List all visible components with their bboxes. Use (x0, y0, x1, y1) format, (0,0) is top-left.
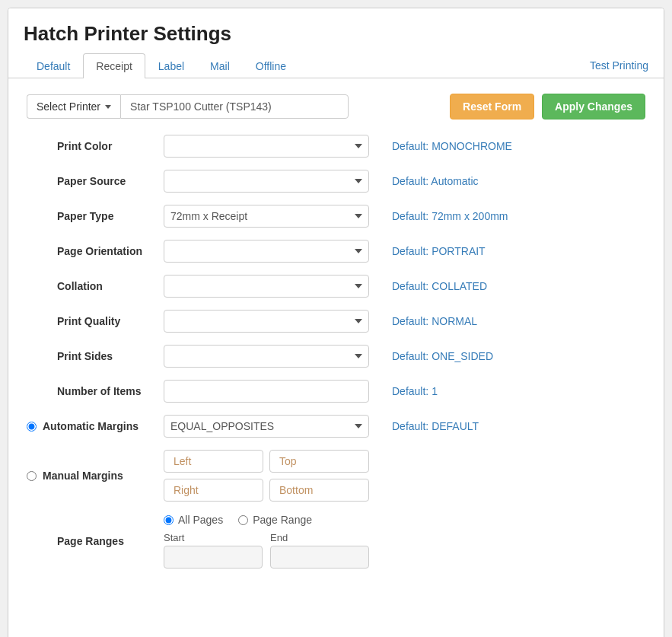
select-printer-caret-icon (105, 105, 111, 109)
setting-row-paper-type: Paper Type 72mm x Receipt Default: 72mm … (27, 205, 645, 228)
input-col-print-sides (164, 345, 369, 368)
label-paper-source: Paper Source (27, 175, 164, 187)
range-inputs-row: Start End (164, 532, 369, 569)
label-number-of-items: Number of Items (27, 385, 164, 397)
select-automatic-margins[interactable]: EQUAL_OPPOSITES (164, 415, 369, 438)
input-col-paper-type: 72mm x Receipt (164, 205, 369, 228)
setting-row-paper-source: Paper Source Default: Automatic (27, 170, 645, 193)
reset-form-button[interactable]: Reset Form (450, 94, 534, 119)
page-ranges-options: All Pages Page Range (164, 514, 369, 526)
tab-offline[interactable]: Offline (243, 53, 299, 78)
input-col-page-ranges: All Pages Page Range Start End (164, 514, 369, 569)
select-page-orientation[interactable] (164, 240, 369, 263)
radio-all-pages[interactable] (164, 515, 174, 525)
label-print-color: Print Color (27, 140, 164, 152)
select-collation[interactable] (164, 275, 369, 298)
all-pages-label: All Pages (178, 514, 223, 526)
default-paper-source: Default: Automatic (392, 175, 479, 187)
margin-right-button[interactable]: Right (164, 479, 263, 502)
default-page-orientation: Default: PORTRAIT (392, 245, 486, 257)
input-col-number-of-items (164, 380, 369, 403)
test-printing-link[interactable]: Test Printing (590, 53, 648, 78)
setting-row-print-color: Print Color Default: MONOCHROME (27, 135, 645, 158)
toolbar-right: Reset Form Apply Changes (450, 94, 645, 119)
input-col-page-orientation (164, 240, 369, 263)
setting-row-page-orientation: Page Orientation Default: PORTRAIT (27, 240, 645, 263)
select-print-quality[interactable] (164, 310, 369, 333)
default-collation: Default: COLLATED (392, 280, 487, 292)
input-number-of-items[interactable] (164, 380, 369, 403)
default-print-quality: Default: NORMAL (392, 315, 477, 327)
input-col-print-color (164, 135, 369, 158)
setting-row-page-ranges: Page Ranges All Pages Page Range Start (27, 514, 645, 569)
label-print-sides: Print Sides (27, 350, 164, 362)
input-col-automatic-margins: EQUAL_OPPOSITES (164, 415, 369, 438)
automatic-margins-label: Automatic Margins (43, 420, 139, 432)
margins-grid: Left Top Right Bottom (164, 450, 369, 502)
setting-row-print-sides: Print Sides Default: ONE_SIDED (27, 345, 645, 368)
label-manual-margins: Manual Margins (27, 470, 164, 482)
margin-top-button[interactable]: Top (269, 450, 369, 473)
end-input[interactable] (270, 546, 369, 569)
label-page-ranges: Page Ranges (27, 535, 164, 547)
page-range-label: Page Range (253, 514, 312, 526)
margin-left-button[interactable]: Left (164, 450, 263, 473)
radio-automatic-margins[interactable] (27, 422, 37, 432)
manual-margins-label: Manual Margins (43, 470, 123, 482)
label-print-quality: Print Quality (27, 315, 164, 327)
radio-option-all-pages[interactable]: All Pages (164, 514, 223, 526)
content-area: Select Printer Star TSP100 Cutter (TSP14… (8, 78, 664, 596)
app-window: Hatch Printer Settings Default Receipt L… (8, 8, 664, 637)
label-paper-type: Paper Type (27, 210, 164, 222)
tabs-bar: Default Receipt Label Mail Offline Test … (8, 53, 664, 78)
apply-changes-button[interactable]: Apply Changes (542, 94, 645, 119)
toolbar-row: Select Printer Star TSP100 Cutter (TSP14… (27, 94, 645, 119)
tab-label[interactable]: Label (145, 53, 197, 78)
default-print-sides: Default: ONE_SIDED (392, 350, 493, 362)
radio-page-range[interactable] (238, 515, 248, 525)
label-collation: Collation (27, 280, 164, 292)
setting-row-print-quality: Print Quality Default: NORMAL (27, 310, 645, 333)
tab-receipt[interactable]: Receipt (83, 53, 145, 78)
end-label: End (270, 532, 369, 543)
tabs-left: Default Receipt Label Mail Offline (24, 53, 299, 78)
printer-name-display: Star TSP100 Cutter (TSP143) (120, 94, 349, 119)
select-printer-label: Select Printer (37, 100, 100, 113)
select-paper-source[interactable] (164, 170, 369, 193)
default-automatic-margins: Default: DEFAULT (392, 420, 479, 432)
setting-row-collation: Collation Default: COLLATED (27, 275, 645, 298)
page-title: Hatch Printer Settings (24, 22, 648, 46)
start-input[interactable] (164, 546, 263, 569)
label-automatic-margins: Automatic Margins (27, 420, 164, 432)
radio-manual-margins[interactable] (27, 471, 37, 481)
default-number-of-items: Default: 1 (392, 385, 438, 397)
radio-option-page-range[interactable]: Page Range (238, 514, 312, 526)
title-bar: Hatch Printer Settings (8, 8, 664, 53)
input-col-paper-source (164, 170, 369, 193)
margin-bottom-button[interactable]: Bottom (269, 479, 369, 502)
setting-row-number-of-items: Number of Items Default: 1 (27, 380, 645, 403)
default-paper-type: Default: 72mm x 200mm (392, 210, 508, 222)
select-printer-button[interactable]: Select Printer (27, 94, 120, 119)
end-input-group: End (270, 532, 369, 569)
setting-row-automatic-margins: Automatic Margins EQUAL_OPPOSITES Defaul… (27, 415, 645, 438)
input-col-print-quality (164, 310, 369, 333)
label-page-orientation: Page Orientation (27, 245, 164, 257)
tab-default[interactable]: Default (24, 53, 83, 78)
input-col-manual-margins: Left Top Right Bottom (164, 450, 369, 502)
toolbar-left: Select Printer Star TSP100 Cutter (TSP14… (27, 94, 349, 119)
tab-mail[interactable]: Mail (197, 53, 243, 78)
select-paper-type[interactable]: 72mm x Receipt (164, 205, 369, 228)
setting-row-manual-margins: Manual Margins Left Top Right Bottom (27, 450, 645, 502)
start-label: Start (164, 532, 263, 543)
start-input-group: Start (164, 532, 263, 569)
select-print-sides[interactable] (164, 345, 369, 368)
select-print-color[interactable] (164, 135, 369, 158)
default-print-color: Default: MONOCHROME (392, 140, 512, 152)
input-col-collation (164, 275, 369, 298)
